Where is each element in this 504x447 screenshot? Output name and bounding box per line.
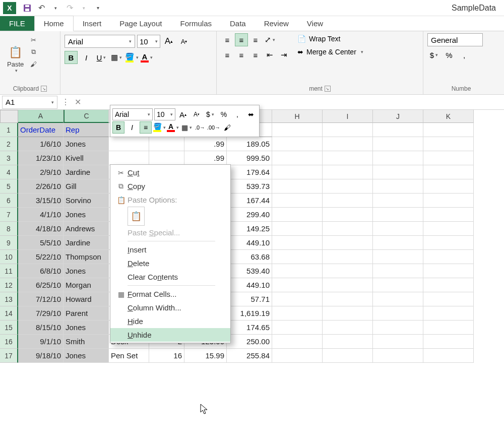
cell[interactable]: 999.50: [227, 151, 272, 165]
tab-home[interactable]: Home: [34, 16, 74, 31]
col-header-k[interactable]: K: [423, 110, 474, 123]
undo-dropdown[interactable]: ▾: [49, 2, 61, 14]
cell[interactable]: Jones: [64, 137, 109, 151]
cell[interactable]: 4/1/10: [18, 208, 64, 222]
cell[interactable]: Smith: [64, 335, 109, 349]
ctx-insert[interactable]: Insert: [110, 243, 230, 257]
cell[interactable]: [272, 278, 323, 292]
cell[interactable]: Jones: [64, 321, 109, 335]
col-header-a[interactable]: A: [18, 110, 64, 123]
tab-view[interactable]: View: [298, 16, 332, 31]
underline-button[interactable]: U▾: [95, 51, 108, 64]
cell[interactable]: [272, 137, 323, 151]
cell[interactable]: [272, 250, 323, 264]
mini-align-center[interactable]: ≡: [140, 121, 152, 134]
decrease-indent-button[interactable]: ⇤: [263, 48, 276, 61]
cell[interactable]: Morgan: [64, 278, 109, 292]
align-middle-button[interactable]: ≡: [235, 33, 248, 46]
cell[interactable]: [323, 123, 373, 137]
redo-dropdown[interactable]: ▾: [78, 2, 90, 14]
cell[interactable]: 5/22/10: [18, 250, 64, 264]
cell[interactable]: [423, 151, 474, 165]
row-header[interactable]: 4: [0, 165, 18, 179]
name-box[interactable]: A1▾: [2, 96, 57, 109]
row-header[interactable]: 5: [0, 179, 18, 194]
cell[interactable]: [423, 335, 474, 349]
cell[interactable]: [373, 179, 423, 194]
row-header[interactable]: 8: [0, 222, 18, 236]
cell[interactable]: [373, 137, 423, 151]
cell[interactable]: [272, 335, 323, 349]
cell[interactable]: [423, 264, 474, 278]
cell[interactable]: 4/18/10: [18, 222, 64, 236]
cell[interactable]: 149.25: [227, 222, 272, 236]
cell[interactable]: Andrews: [64, 222, 109, 236]
borders-button[interactable]: ▦▾: [110, 51, 123, 64]
wrap-text-button[interactable]: 📄Wrap Text: [294, 33, 366, 44]
col-header-i[interactable]: I: [323, 110, 373, 123]
cell[interactable]: [423, 222, 474, 236]
cell[interactable]: [423, 321, 474, 335]
mini-fill-color[interactable]: 🪣▾: [153, 121, 165, 134]
mini-dec-decimal[interactable]: .00→: [208, 121, 220, 134]
cell[interactable]: [373, 208, 423, 222]
cell[interactable]: 539.73: [227, 179, 272, 194]
fill-color-button[interactable]: 🪣▾: [125, 51, 138, 64]
mini-borders[interactable]: ▦▾: [180, 121, 193, 134]
cell[interactable]: [423, 292, 474, 306]
cell[interactable]: [323, 321, 373, 335]
cell[interactable]: Thompson: [64, 250, 109, 264]
cell[interactable]: [149, 137, 184, 151]
cell[interactable]: [373, 335, 423, 349]
undo-button[interactable]: ↶: [35, 2, 47, 14]
tab-formulas[interactable]: Formulas: [171, 16, 221, 31]
font-color-button[interactable]: A▾: [140, 51, 153, 64]
cell[interactable]: [373, 321, 423, 335]
cell[interactable]: [373, 151, 423, 165]
percent-button[interactable]: %: [443, 48, 456, 61]
cell[interactable]: [373, 349, 423, 363]
row-header[interactable]: 7: [0, 208, 18, 222]
cell[interactable]: [373, 165, 423, 179]
cell[interactable]: [323, 278, 373, 292]
col-header-j[interactable]: J: [373, 110, 423, 123]
cell[interactable]: 8/15/10: [18, 321, 64, 335]
cell[interactable]: [373, 236, 423, 250]
cell[interactable]: [323, 292, 373, 306]
cell[interactable]: [109, 137, 149, 151]
cell[interactable]: [272, 236, 323, 250]
tab-page-layout[interactable]: Page Layout: [110, 16, 171, 31]
row-header[interactable]: 16: [0, 335, 18, 349]
cell[interactable]: 63.68: [227, 250, 272, 264]
ctx-delete[interactable]: Delete: [110, 257, 230, 270]
cell[interactable]: Jones: [64, 208, 109, 222]
merge-center-button[interactable]: ⬌Merge & Center▾: [294, 46, 366, 57]
mini-comma[interactable]: ,: [231, 108, 243, 120]
col-header-c[interactable]: C: [64, 110, 109, 123]
select-all-corner[interactable]: [0, 110, 18, 123]
cell[interactable]: [423, 179, 474, 194]
cell[interactable]: [323, 236, 373, 250]
cell[interactable]: 15.99: [184, 349, 227, 363]
tab-insert[interactable]: Insert: [74, 16, 111, 31]
grow-font-button[interactable]: A▴: [162, 35, 175, 48]
cell[interactable]: [373, 194, 423, 208]
cell[interactable]: 299.40: [227, 208, 272, 222]
cell[interactable]: OrderDate: [18, 123, 64, 137]
clipboard-launcher[interactable]: ↘: [41, 86, 47, 92]
font-size-select[interactable]: 10▾: [137, 35, 160, 48]
cell[interactable]: Pen Set: [109, 349, 149, 363]
ctx-copy[interactable]: ⧉Copy: [110, 179, 230, 193]
cell[interactable]: [373, 306, 423, 321]
cell[interactable]: Kivell: [64, 151, 109, 165]
cell[interactable]: 3/15/10: [18, 194, 64, 208]
cell[interactable]: [423, 194, 474, 208]
formula-expand[interactable]: ⋮: [59, 96, 72, 108]
cell[interactable]: [323, 306, 373, 321]
cell[interactable]: [373, 222, 423, 236]
cell[interactable]: [423, 278, 474, 292]
cell[interactable]: 9/1/10: [18, 335, 64, 349]
ctx-cut[interactable]: ✂Cut: [110, 166, 230, 179]
ctx-clear-contents[interactable]: Clear Contents: [110, 270, 230, 284]
cell[interactable]: [423, 349, 474, 363]
